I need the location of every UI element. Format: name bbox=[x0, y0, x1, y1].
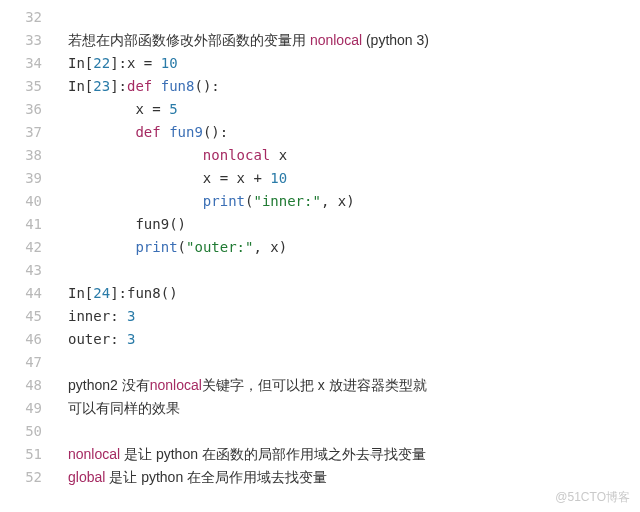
line-number: 44 bbox=[12, 282, 42, 305]
code-line bbox=[68, 420, 630, 443]
code-line: def fun9(): bbox=[68, 121, 630, 144]
line-number: 51 bbox=[12, 443, 42, 466]
line-number: 41 bbox=[12, 213, 42, 236]
line-number: 46 bbox=[12, 328, 42, 351]
code-line bbox=[68, 6, 630, 29]
line-number: 43 bbox=[12, 259, 42, 282]
line-number: 35 bbox=[12, 75, 42, 98]
code-line: x = 5 bbox=[68, 98, 630, 121]
code-line: In[24]:fun8() bbox=[68, 282, 630, 305]
line-number: 34 bbox=[12, 52, 42, 75]
line-number: 48 bbox=[12, 374, 42, 397]
code-editor: 3233343536373839404142434445464748495051… bbox=[0, 0, 640, 512]
line-number: 32 bbox=[12, 6, 42, 29]
code-line: x = x + 10 bbox=[68, 167, 630, 190]
line-number: 50 bbox=[12, 420, 42, 443]
watermark-label: @51CTO博客 bbox=[555, 489, 630, 506]
line-number: 52 bbox=[12, 466, 42, 489]
code-line: 若想在内部函数修改外部函数的变量用 nonlocal (python 3) bbox=[68, 29, 630, 52]
line-number: 40 bbox=[12, 190, 42, 213]
line-number-gutter: 3233343536373839404142434445464748495051… bbox=[0, 0, 50, 512]
code-line: In[23]:def fun8(): bbox=[68, 75, 630, 98]
code-line: print("inner:", x) bbox=[68, 190, 630, 213]
line-number: 36 bbox=[12, 98, 42, 121]
line-number: 47 bbox=[12, 351, 42, 374]
code-area: 若想在内部函数修改外部函数的变量用 nonlocal (python 3) In… bbox=[50, 0, 640, 512]
code-line: nonlocal x bbox=[68, 144, 630, 167]
line-number: 39 bbox=[12, 167, 42, 190]
code-line bbox=[68, 259, 630, 282]
code-line: inner: 3 bbox=[68, 305, 630, 328]
code-line: In[22]:x = 10 bbox=[68, 52, 630, 75]
code-line: outer: 3 bbox=[68, 328, 630, 351]
line-number: 37 bbox=[12, 121, 42, 144]
line-number: 49 bbox=[12, 397, 42, 420]
line-number: 42 bbox=[12, 236, 42, 259]
line-number: 45 bbox=[12, 305, 42, 328]
code-line: 可以有同样的效果 bbox=[68, 397, 630, 420]
line-number: 38 bbox=[12, 144, 42, 167]
code-line bbox=[68, 351, 630, 374]
code-line: nonlocal 是让 python 在函数的局部作用域之外去寻找变量 bbox=[68, 443, 630, 466]
line-number: 33 bbox=[12, 29, 42, 52]
code-line: global 是让 python 在全局作用域去找变量 bbox=[68, 466, 630, 489]
code-line: python2 没有nonlocal关键字，但可以把 x 放进容器类型就 bbox=[68, 374, 630, 397]
code-line: print("outer:", x) bbox=[68, 236, 630, 259]
code-line: fun9() bbox=[68, 213, 630, 236]
